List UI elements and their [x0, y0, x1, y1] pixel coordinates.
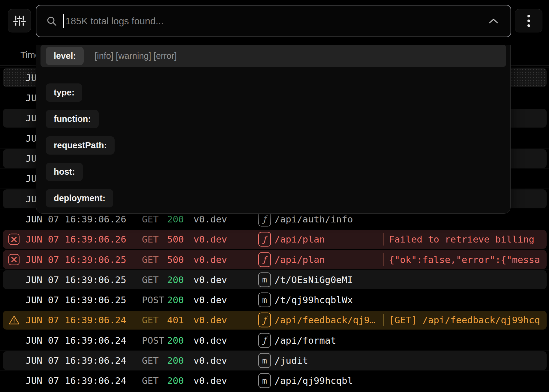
message-divider — [383, 233, 384, 246]
search-input[interactable]: 185K total logs found... — [36, 5, 511, 37]
function-icon: ƒ — [258, 212, 271, 226]
log-row[interactable]: JUN 07 16:39:06.24 GET 200 v0.dev m /api… — [0, 370, 549, 391]
log-host: v0.dev — [194, 254, 227, 265]
log-method: GET — [142, 234, 159, 245]
log-timestamp: JUN 07 16:39:06.24 — [26, 355, 126, 366]
log-row[interactable]: JUN 07 16:39:06.25 POST 200 v0.dev m /t/… — [0, 290, 549, 310]
sliders-icon — [13, 14, 26, 28]
log-message: [GET] /api/feedback/qj99hcq — [389, 315, 540, 325]
search-icon — [46, 15, 57, 27]
more-options-button[interactable] — [515, 9, 542, 32]
log-method: GET — [142, 254, 159, 265]
log-request-path: /api/plan — [274, 234, 325, 245]
log-host: v0.dev — [194, 315, 227, 325]
suggestion-pill-level[interactable]: level: — [46, 47, 84, 65]
log-method: GET — [142, 355, 159, 366]
kebab-menu-icon — [527, 14, 530, 28]
log-timestamp: JUN 07 16:39:06.25 — [26, 254, 126, 265]
log-method: GET — [142, 214, 159, 225]
log-status-code: 200 — [167, 294, 184, 305]
message-divider — [383, 253, 384, 266]
text-caret — [63, 14, 64, 28]
search-placeholder: 185K total logs found... — [65, 16, 488, 27]
log-request-path: /t/qj99hcqblWx — [274, 294, 353, 305]
log-host: v0.dev — [194, 294, 227, 305]
log-status-code: 200 — [167, 355, 184, 366]
log-method: POST — [142, 294, 164, 305]
suggestion-level-hint: [info] [warning] [error] — [94, 51, 177, 61]
log-message: Failed to retrieve billing — [389, 234, 534, 245]
log-request-path: /api/qj99hcqbl — [274, 375, 353, 386]
log-host: v0.dev — [194, 355, 227, 366]
logs-screen: Time JUN JUN JUN — [0, 0, 549, 392]
log-status-code: 200 — [167, 375, 184, 386]
log-row[interactable]: JUN 07 16:39:06.24 GET 401 v0.dev ƒ /api… — [0, 310, 549, 330]
log-host: v0.dev — [194, 234, 227, 245]
log-timestamp: JUN 07 16:39:06.25 — [26, 274, 126, 285]
function-icon: ƒ — [258, 313, 271, 327]
log-timestamp: JUN 07 16:39:06.24 — [26, 315, 126, 325]
log-row[interactable]: JUN 07 16:39:06.24 GET 200 v0.dev m /jud… — [0, 350, 549, 371]
log-host: v0.dev — [194, 274, 227, 285]
log-status-code: 200 — [167, 335, 184, 346]
suggestion-pill-function[interactable]: function: — [46, 110, 99, 128]
search-suggestions-dropdown: level: [info] [warning] [error] type: fu… — [36, 38, 511, 214]
log-timestamp: JUN 07 16:39:06.26 — [26, 234, 126, 245]
log-message: {"ok":false,"error":{"messa — [389, 254, 540, 265]
suggestion-pill-deployment[interactable]: deployment: — [46, 189, 113, 207]
log-status-code: 200 — [167, 214, 184, 225]
log-row[interactable]: JUN 07 16:39:06.24 POST 200 v0.dev ƒ /ap… — [0, 330, 549, 350]
warning-triangle-icon — [8, 315, 20, 325]
log-host: v0.dev — [194, 335, 227, 346]
function-icon: ƒ — [258, 232, 271, 247]
suggestion-pill-host[interactable]: host: — [46, 163, 83, 181]
suggestion-level-row[interactable]: level: [info] [warning] [error] — [40, 45, 506, 67]
log-method: GET — [142, 315, 159, 325]
log-timestamp: JUN 07 16:39:06.24 — [26, 375, 126, 386]
function-icon: ƒ — [258, 252, 271, 267]
middleware-icon: m — [258, 353, 271, 368]
suggestion-pill-requestpath[interactable]: requestPath: — [46, 136, 115, 155]
log-request-path: /judit — [274, 355, 308, 366]
log-timestamp: JUN 07 16:39:06.25 — [26, 294, 126, 305]
filter-button[interactable] — [8, 9, 31, 32]
message-divider — [383, 314, 384, 326]
log-host: v0.dev — [194, 214, 227, 225]
log-method: GET — [142, 274, 159, 285]
log-method: GET — [142, 375, 159, 386]
log-status-code: 200 — [167, 274, 184, 285]
log-request-path: /api/feedback/qj9… — [274, 315, 375, 325]
log-request-path: /api/format — [274, 335, 336, 346]
log-timestamp: JUN 07 16:39:06.26 — [26, 214, 126, 225]
suggestion-pill-type[interactable]: type: — [46, 83, 82, 102]
log-status-code: 401 — [167, 315, 184, 325]
log-row[interactable]: JUN 07 16:39:06.25 GET 200 v0.dev m /t/O… — [0, 269, 549, 290]
log-host: v0.dev — [194, 375, 227, 386]
log-row[interactable]: ✕ JUN 07 16:39:06.26 GET 500 v0.dev ƒ /a… — [0, 229, 549, 249]
log-status-code: 500 — [167, 254, 184, 265]
log-request-path: /api/plan — [274, 254, 325, 265]
log-method: POST — [142, 335, 164, 346]
chevron-up-icon[interactable] — [488, 18, 499, 24]
middleware-icon: m — [258, 373, 271, 388]
middleware-icon: m — [258, 293, 271, 307]
middleware-icon: m — [258, 272, 271, 287]
log-request-path: /t/OEsNiGg0eMI — [274, 274, 353, 285]
log-status-code: 500 — [167, 234, 184, 245]
log-timestamp: JUN 07 16:39:06.24 — [26, 335, 126, 346]
function-icon: ƒ — [258, 333, 271, 348]
log-row[interactable]: ✕ JUN 07 16:39:06.25 GET 500 v0.dev ƒ /a… — [0, 249, 549, 270]
log-request-path: /api/auth/info — [274, 214, 353, 225]
toolbar: 185K total logs found... — [0, 0, 549, 45]
